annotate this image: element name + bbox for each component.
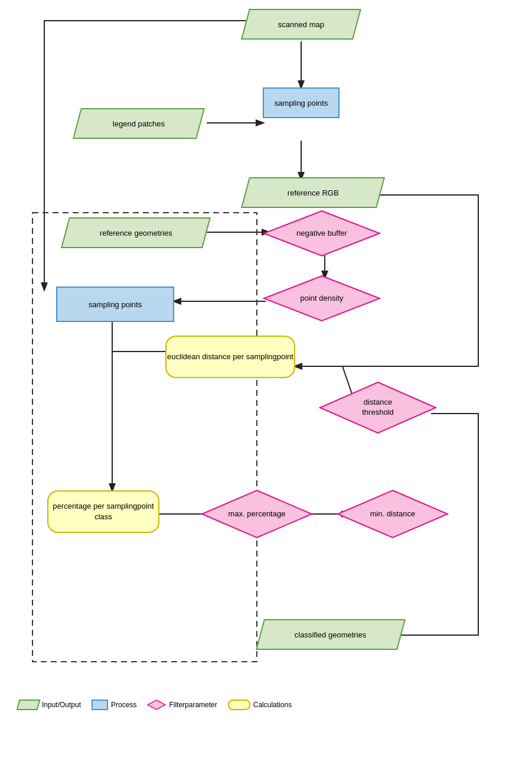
point-density: point density bbox=[263, 275, 381, 322]
svg-rect-13 bbox=[32, 213, 257, 662]
legend-calculations: Calculations bbox=[228, 700, 292, 710]
legend-input-output: Input/Output bbox=[18, 700, 81, 710]
reference-rgb: reference RGB bbox=[241, 177, 385, 208]
min-distance: min. distance bbox=[337, 489, 449, 539]
reference-geometries: reference geometries bbox=[61, 217, 211, 248]
sampling-points-2: sampling points bbox=[56, 287, 174, 322]
sampling-points-1: sampling points bbox=[263, 87, 340, 118]
legend-rounded-rect-icon bbox=[228, 700, 250, 710]
legend: Input/Output Process Filterparameter Cal… bbox=[18, 700, 292, 710]
svg-marker-19 bbox=[148, 700, 165, 710]
distance-threshold: distance threshold bbox=[319, 381, 437, 434]
classified-geometries: classified geometries bbox=[256, 619, 406, 650]
legend-parallelogram-icon bbox=[17, 700, 41, 710]
max-percentage: max. percentage bbox=[201, 489, 313, 539]
negative-buffer: negative buffer bbox=[263, 210, 381, 257]
diagram: scanned map legend patches sampling poin… bbox=[0, 0, 532, 721]
legend-filterparameter: Filterparameter bbox=[147, 700, 217, 710]
percentage: percentage per samplingpoint class bbox=[47, 490, 159, 533]
legend-rectangle-icon bbox=[92, 700, 108, 710]
scanned-map: scanned map bbox=[241, 9, 361, 40]
legend-patches: legend patches bbox=[73, 108, 205, 139]
legend-process: Process bbox=[92, 700, 136, 710]
legend-diamond-icon bbox=[147, 700, 166, 710]
euclidean-distance: euclidean distance per samplingpoint bbox=[165, 336, 295, 378]
